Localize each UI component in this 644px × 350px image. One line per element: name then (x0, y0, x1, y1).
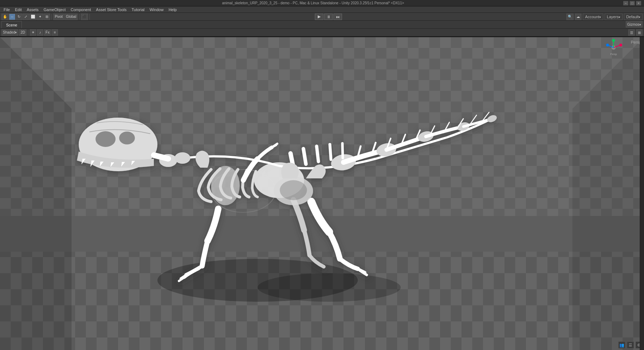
svg-point-30 (612, 39, 615, 42)
layers-button[interactable]: Layers (605, 14, 623, 20)
svg-point-17 (175, 152, 190, 164)
minimize-button[interactable]: − (623, 1, 628, 5)
render-mode-button[interactable]: ☰ (628, 29, 635, 36)
gizmos-toggle-button[interactable]: ⊞ (636, 29, 643, 36)
menu-help[interactable]: Help (166, 7, 179, 12)
close-button[interactable]: × (636, 1, 641, 5)
separator-1 (52, 14, 52, 20)
svg-point-32 (606, 44, 609, 46)
playmode-controls: ▶ ⏸ ⏭ (91, 14, 566, 20)
hand-tool[interactable]: ✋ (1, 14, 9, 20)
menu-tutorial[interactable]: Tutorial (130, 7, 147, 12)
menu-bar: File Edit Assets GameObject Component As… (0, 6, 644, 13)
search-button[interactable]: 🔍 (566, 14, 574, 20)
gizmos-dropdown-arrow (639, 23, 641, 26)
custom-tool[interactable]: ⊞ (44, 14, 50, 20)
viewport-background (0, 37, 644, 350)
global-button[interactable]: Global (64, 14, 78, 20)
account-dropdown-arrow (599, 15, 601, 19)
scene-toolbar: Shaded 2D ☀ ♪ Fx ≡ ☰ ⊞ (0, 29, 644, 36)
play-button[interactable]: ▶ (315, 14, 323, 20)
scene-tab-bar: Scene Gizmos (0, 21, 644, 29)
svg-text:Persp: Persp (610, 53, 617, 56)
title-bar: animal_skeleton_URP_2020_3_25 - demo - P… (0, 0, 644, 6)
scene-settings-button[interactable]: ≡ (52, 29, 58, 36)
rect-tool[interactable]: ⬜ (29, 14, 36, 20)
svg-point-28 (619, 44, 622, 46)
cloud-button[interactable]: ☁ (575, 14, 581, 20)
menu-edit[interactable]: Edit (13, 7, 24, 12)
account-button[interactable]: Account (583, 14, 603, 20)
separator-4 (28, 30, 28, 35)
menu-window[interactable]: Window (147, 7, 166, 12)
restore-button[interactable]: □ (630, 1, 635, 5)
pivot-button[interactable]: Pivot (53, 14, 64, 20)
fx-button[interactable]: Fx (44, 29, 51, 36)
snap-button[interactable]: ⬛ (81, 14, 88, 20)
scene-toolbar-right: ☰ ⊞ (628, 29, 643, 36)
layers-dropdown-arrow (619, 15, 620, 19)
layout-button[interactable]: Default (624, 14, 643, 20)
menu-file[interactable]: File (1, 7, 12, 12)
collab-icon[interactable]: 👥 (618, 341, 625, 349)
services-icon[interactable]: ☰ (627, 341, 634, 349)
menu-gameobject[interactable]: GameObject (42, 7, 68, 12)
scene-tab-right-controls: Gizmos (626, 21, 643, 28)
svg-point-15 (119, 132, 135, 144)
menu-component[interactable]: Component (68, 7, 93, 12)
gizmos-button[interactable]: Gizmos (626, 21, 643, 28)
step-button[interactable]: ⏭ (333, 14, 342, 20)
shaded-dropdown-arrow (15, 30, 17, 34)
svg-point-18 (211, 166, 240, 205)
pause-button[interactable]: ⏸ (324, 14, 333, 20)
toolbar-right: 🔍 ☁ Account Layers Default (566, 14, 643, 20)
move-tool[interactable]: ↔ (9, 14, 15, 20)
window-controls: − □ × (623, 1, 641, 5)
svg-point-25 (280, 180, 307, 200)
bottom-right-icons: 👥 ☰ ⚙ (618, 341, 643, 349)
layout-dropdown-arrow (639, 15, 640, 19)
svg-point-10 (258, 273, 401, 302)
separator-3 (89, 14, 90, 20)
rotate-tool[interactable]: ↻ (16, 14, 22, 20)
menu-assets[interactable]: Assets (25, 7, 41, 12)
toolbar: ✋ ↔ ↻ ⤢ ⬜ ✦ ⊞ Pivot Global ⬛ ▶ ⏸ ⏭ 🔍 ☁ A… (0, 13, 644, 21)
scene-tab[interactable]: Scene (1, 21, 22, 28)
audio-button[interactable]: ♪ (37, 29, 43, 36)
transform-tool[interactable]: ✦ (37, 14, 43, 20)
viewport[interactable]: Persp Persp 👥 ☰ ⚙ (0, 37, 644, 350)
gizmo-widget[interactable]: Persp (605, 39, 623, 56)
svg-point-14 (96, 131, 116, 147)
separator-2 (79, 14, 79, 20)
pivot-group: Pivot Global (53, 14, 78, 20)
title-text: animal_skeleton_URP_2020_3_25 - demo - P… (3, 1, 623, 5)
menu-asset-store-tools[interactable]: Asset Store Tools (94, 7, 128, 12)
transform-tools: ✋ ↔ ↻ ⤢ ⬜ ✦ ⊞ (1, 14, 50, 20)
2d-button[interactable]: 2D (19, 29, 26, 36)
shaded-button[interactable]: Shaded (1, 29, 18, 36)
light-button[interactable]: ☀ (30, 29, 36, 36)
right-scrollbar[interactable] (640, 37, 644, 350)
scale-tool[interactable]: ⤢ (23, 14, 29, 20)
